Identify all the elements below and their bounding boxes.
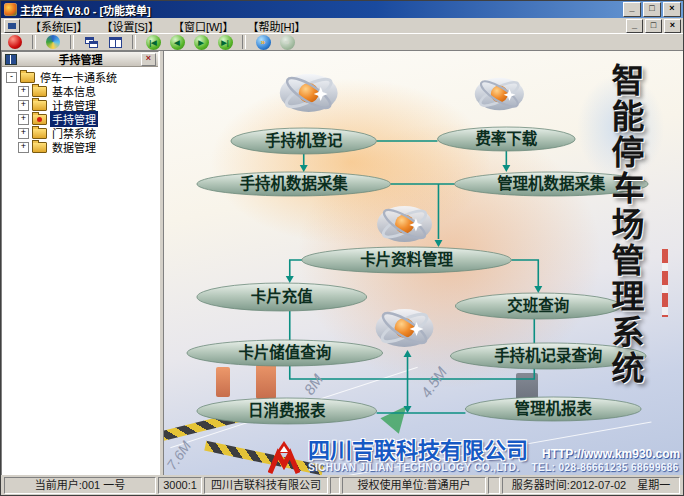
expander-minus-icon[interactable] [6, 72, 17, 83]
folder-icon [32, 128, 47, 139]
node-daily-report[interactable]: 日消费报表 [197, 398, 377, 424]
toolbar: |◀ ◀ ▶ ▶| » » [1, 33, 683, 51]
atom-logo [377, 205, 432, 243]
folder-active-icon [32, 114, 47, 125]
svg-text:卡片资料管理: 卡片资料管理 [360, 250, 453, 269]
folder-icon [32, 142, 47, 153]
sidebar-header: 手持管理 × [2, 52, 158, 67]
status-spacer [330, 477, 340, 494]
cascade-windows-button[interactable] [81, 34, 101, 50]
nav-prev-icon: ◀ [170, 35, 185, 50]
tile-icon [109, 37, 122, 48]
menu-help[interactable]: 【帮助[H]】 [240, 18, 312, 34]
nav-last-button[interactable]: ▶| [215, 34, 235, 50]
sidebar-title: 手持管理 [20, 51, 141, 67]
svg-text:日消费报表: 日消费报表 [248, 401, 326, 420]
expander-plus-icon[interactable] [18, 100, 29, 111]
vertical-system-title: 智能停车场管理系统 [601, 63, 649, 408]
status-company: 四川吉联科技有限公司 [204, 477, 328, 494]
node-rate-download[interactable]: 费率下载 [437, 127, 575, 151]
nav-first-button[interactable]: |◀ [143, 34, 163, 50]
nav-next-icon: ▶ [194, 35, 209, 50]
folder-icon [32, 100, 47, 111]
svg-text:管理机报表: 管理机报表 [515, 399, 593, 418]
nav-next-button[interactable]: ▶ [191, 34, 211, 50]
expander-plus-icon[interactable] [18, 142, 29, 153]
svg-text:费率下载: 费率下载 [475, 129, 537, 148]
company-tel: TEL: 028-86661235 68699686 [532, 462, 679, 473]
plan-measure-label: 8M [300, 370, 326, 397]
exit-button[interactable] [5, 34, 25, 50]
company-logo-icon [268, 441, 300, 475]
tree-item-billing[interactable]: 计费管理 [6, 98, 158, 112]
folder-icon [20, 72, 35, 83]
svg-text:交班查询: 交班查询 [507, 296, 569, 315]
child-restore-button[interactable]: □ [645, 19, 662, 33]
node-handheld-data-collect[interactable]: 手持机数据采集 [197, 172, 391, 196]
child-window-icon[interactable] [4, 19, 20, 33]
nav-last-icon: ▶| [218, 35, 233, 50]
function-menu-canvas: 手持机登记 费率下载 手持机数据采集 管理机数据采集 卡片资料管理 [164, 51, 683, 477]
company-name-en: SICHUAN JILIAN TECHNOLOGY CO.,LTD. [308, 462, 520, 473]
svg-text:手持机数据采集: 手持机数据采集 [240, 174, 349, 193]
svg-text:手持机记录查询: 手持机记录查询 [494, 346, 602, 365]
panel-grid-icon [5, 54, 17, 65]
main-window: 主控平台 V8.0 - [功能菜单] _ □ × 【系统[E]】 【设置[S]】… [0, 0, 684, 496]
menu-window[interactable]: 【窗口[W]】 [166, 18, 241, 34]
expander-plus-icon[interactable] [18, 128, 29, 139]
menu-settings[interactable]: 【设置[S]】 [94, 18, 165, 34]
title-bar: 主控平台 V8.0 - [功能菜单] _ □ × [1, 1, 683, 18]
tree-item-handheld[interactable]: 手持管理 [6, 112, 158, 126]
minimize-button[interactable]: _ [623, 2, 641, 17]
menu-bar: 【系统[E]】 【设置[S]】 【窗口[W]】 【帮助[H]】 _ □ × [1, 18, 683, 33]
node-card-recharge[interactable]: 卡片充值 [197, 283, 367, 311]
svg-text:管理机数据采集: 管理机数据采集 [497, 174, 606, 193]
status-bar: 当前用户:001 一号 3000:1 四川吉联科技有限公司 授权使用单位:普通用… [1, 475, 683, 495]
nav-prev-button[interactable]: ◀ [167, 34, 187, 50]
tree-item-basic-info[interactable]: 基本信息 [6, 84, 158, 98]
node-card-info-manage[interactable]: 卡片资料管理 [302, 247, 512, 273]
close-button[interactable]: × [663, 2, 681, 17]
expander-plus-icon[interactable] [18, 86, 29, 97]
atom-logo [280, 73, 338, 113]
status-current-user: 当前用户:001 一号 [4, 477, 156, 494]
nav-first-icon: |◀ [146, 35, 161, 50]
atom-logo [475, 77, 524, 111]
web-icon: » [256, 35, 271, 50]
plan-measure-label: 7.6M [164, 438, 194, 473]
node-card-balance-query[interactable]: 卡片储值查询 [187, 340, 383, 366]
status-server-time: 服务器时间:2012-07-02 星期一 [502, 477, 680, 494]
web-button[interactable]: » [253, 34, 273, 50]
app-icon [4, 3, 17, 16]
atom-logo [376, 308, 434, 348]
tree-item-access-control[interactable]: 门禁系统 [6, 126, 158, 140]
sidebar-close-button[interactable]: × [141, 53, 156, 66]
node-handheld-register[interactable]: 手持机登记 [231, 128, 377, 154]
company-banner: 四川吉联科技有限公司 HTTP://www.km930.com SICHUAN … [268, 439, 683, 477]
tree-root[interactable]: 停车一卡通系统 [6, 70, 158, 84]
child-minimize-button[interactable]: _ [626, 19, 643, 33]
expander-plus-icon[interactable] [18, 114, 29, 125]
restore-button[interactable]: □ [643, 2, 661, 17]
node-shift-query[interactable]: 交班查询 [455, 293, 621, 319]
web-disabled-icon: » [280, 35, 295, 50]
company-url[interactable]: HTTP://www.km930.com [542, 447, 680, 461]
refresh-button[interactable] [43, 34, 63, 50]
status-ratio: 3000:1 [158, 477, 202, 494]
company-name-cn: 四川吉联科技有限公司 [308, 439, 528, 461]
tile-windows-button[interactable] [105, 34, 125, 50]
exit-icon [8, 35, 22, 49]
status-license: 授权使用单位:普通用户 [342, 477, 486, 494]
svg-text:手持机登记: 手持机登记 [265, 131, 343, 150]
plan-measure-label: 4.5M [417, 363, 450, 400]
status-spacer [488, 477, 500, 494]
menu-system[interactable]: 【系统[E]】 [23, 18, 94, 34]
refresh-icon [46, 35, 60, 49]
nav-tree: 停车一卡通系统 基本信息 计费管理 手持管理 [2, 67, 158, 476]
tree-item-data-manage[interactable]: 数据管理 [6, 140, 158, 154]
window-title: 主控平台 V8.0 - [功能菜单] [20, 2, 623, 18]
svg-text:卡片充值: 卡片充值 [251, 287, 313, 306]
svg-text:卡片储值查询: 卡片储值查询 [238, 343, 331, 362]
cascade-icon [85, 37, 98, 48]
child-close-button[interactable]: × [664, 19, 681, 33]
